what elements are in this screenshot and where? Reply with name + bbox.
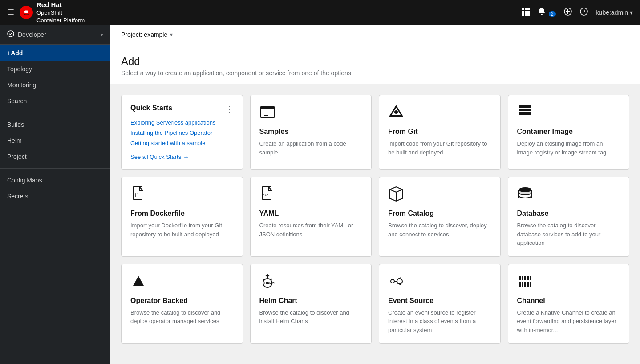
card-from-dockerfile-title: From Dockerfile [130, 210, 234, 218]
svg-rect-48 [530, 276, 531, 280]
project-bar: Project: example ▾ [110, 25, 640, 44]
page-subtitle: Select a way to create an application, c… [121, 69, 629, 77]
svg-rect-5 [525, 11, 527, 13]
sidebar-item-config-maps[interactable]: Config Maps [0, 172, 110, 188]
card-from-dockerfile-desc: Import your Dockerfile from your Git rep… [130, 221, 234, 239]
sidebar-item-topology-label: Topology [7, 65, 32, 73]
card-samples[interactable]: Samples Create an application from a cod… [250, 95, 372, 170]
quickstarts-title: Quick Starts [130, 104, 172, 112]
svg-rect-45 [522, 276, 523, 280]
card-yaml-title: YAML [259, 210, 363, 218]
svg-rect-53 [530, 282, 531, 287]
from-catalog-icon [388, 186, 491, 204]
notifications-button[interactable]: 2 [538, 8, 556, 18]
sidebar-item-builds-label: Builds [7, 121, 24, 128]
svg-line-36 [271, 279, 272, 280]
card-helm-chart[interactable]: HELM Helm Chart Browse the catalog to di… [250, 264, 372, 344]
add-button[interactable] [564, 8, 572, 18]
sidebar-navigation: +Add Topology Monitoring Search Builds H… [0, 45, 110, 364]
sidebar-item-secrets[interactable]: Secrets [0, 188, 110, 204]
quickstarts-link-serverless[interactable]: Exploring Serverless applications [130, 119, 234, 126]
context-selector[interactable]: Developer ▾ [0, 25, 110, 45]
sidebar-item-helm-label: Helm [7, 137, 22, 144]
card-database-title: Database [517, 210, 620, 218]
card-event-source[interactable]: Event Source Create an event source to r… [379, 264, 501, 344]
container-image-icon [517, 104, 620, 122]
svg-line-35 [263, 279, 264, 280]
svg-rect-6 [527, 11, 530, 13]
sidebar-item-add-label: +Add [7, 49, 23, 57]
sidebar-item-monitoring[interactable]: Monitoring [0, 77, 110, 93]
brand-logo: Red Hat OpenShift Container Platform [20, 0, 85, 24]
grid-menu-button[interactable] [522, 8, 530, 18]
project-chevron-icon: ▾ [170, 32, 173, 38]
svg-rect-25 [519, 105, 531, 108]
sidebar: Developer ▾ +Add Topology Monitoring Sea… [0, 25, 110, 364]
card-yaml[interactable]: </> YAML Create resources from their YAM… [250, 177, 372, 257]
user-chevron-icon: ▾ [630, 9, 633, 16]
card-operator-backed-title: Operator Backed [130, 297, 234, 305]
svg-text:?: ? [583, 9, 585, 14]
svg-rect-2 [525, 8, 527, 10]
svg-rect-50 [522, 282, 523, 287]
svg-rect-46 [524, 276, 526, 280]
sidebar-divider-1 [0, 113, 110, 113]
help-button[interactable]: ? [580, 8, 588, 18]
quickstarts-menu-button[interactable]: ⋮ [226, 104, 234, 114]
sidebar-divider-2 [0, 168, 110, 169]
context-chevron-icon: ▾ [101, 32, 103, 38]
svg-rect-9 [527, 13, 530, 16]
card-container-image-desc: Deploy an existing image from an image r… [517, 139, 620, 157]
quickstarts-link-pipelines[interactable]: Installing the Pipelines Operator [130, 129, 234, 136]
sidebar-item-topology[interactable]: Topology [0, 61, 110, 77]
card-operator-backed-desc: Browse the catalog to discover and deplo… [130, 308, 234, 326]
card-channel[interactable]: Channel Create a Knative Channel to crea… [508, 264, 630, 344]
card-from-catalog[interactable]: From Catalog Browse the catalog to disco… [379, 177, 501, 257]
card-from-git-title: From Git [388, 128, 491, 136]
sidebar-item-builds[interactable]: Builds [0, 117, 110, 133]
sidebar-item-secrets-label: Secrets [7, 193, 28, 200]
card-container-image-title: Container Image [517, 128, 620, 136]
user-label: kube:admin [596, 9, 628, 16]
sidebar-item-search[interactable]: Search [0, 93, 110, 109]
operator-backed-icon [130, 273, 234, 291]
quickstarts-link-sample[interactable]: Getting started with a sample [130, 140, 234, 146]
channel-icon [517, 273, 620, 291]
card-helm-chart-desc: Browse the catalog to discover and insta… [259, 308, 363, 326]
svg-rect-51 [524, 282, 526, 287]
sidebar-item-config-maps-label: Config Maps [7, 177, 42, 184]
sidebar-item-add[interactable]: +Add [0, 45, 110, 61]
card-from-git[interactable]: From Git Import code from your Git repos… [379, 95, 501, 170]
quickstarts-links: Exploring Serverless applications Instal… [130, 119, 234, 146]
hamburger-menu-button[interactable]: ☰ [7, 8, 14, 17]
svg-point-22 [394, 110, 398, 114]
svg-text:HELM: HELM [264, 281, 275, 285]
user-menu-button[interactable]: kube:admin ▾ [596, 9, 633, 16]
svg-rect-47 [527, 276, 529, 280]
sidebar-item-project[interactable]: Project [0, 149, 110, 165]
cards-area: Quick Starts ⋮ Exploring Serverless appl… [110, 84, 640, 354]
card-samples-desc: Create an application from a code sample [259, 139, 363, 157]
notifications-count: 2 [549, 11, 556, 17]
sidebar-item-helm[interactable]: Helm [0, 133, 110, 149]
database-icon [517, 186, 620, 204]
card-operator-backed[interactable]: Operator Backed Browse the catalog to di… [121, 264, 243, 344]
cards-grid: Quick Starts ⋮ Exploring Serverless appl… [121, 95, 629, 344]
svg-rect-24 [519, 112, 531, 115]
svg-rect-8 [525, 13, 527, 16]
redhat-logo-icon [20, 6, 33, 19]
page-title: Add [121, 55, 629, 68]
see-all-label: See all Quick Starts [130, 154, 181, 160]
card-database[interactable]: Database Browse the catalog to discover … [508, 177, 630, 257]
card-samples-title: Samples [259, 128, 363, 136]
project-label: Project: example [121, 31, 167, 38]
event-source-icon [388, 273, 491, 291]
card-container-image[interactable]: Container Image Deploy an existing image… [508, 95, 630, 170]
svg-rect-7 [522, 13, 524, 16]
card-from-dockerfile[interactable]: { } From Dockerfile Import your Dockerfi… [121, 177, 243, 257]
svg-rect-17 [260, 107, 275, 109]
svg-rect-3 [527, 8, 530, 10]
svg-rect-44 [519, 276, 521, 280]
see-all-quickstarts-link[interactable]: See all Quick Starts → [130, 154, 234, 160]
project-selector-button[interactable]: Project: example ▾ [121, 31, 173, 38]
